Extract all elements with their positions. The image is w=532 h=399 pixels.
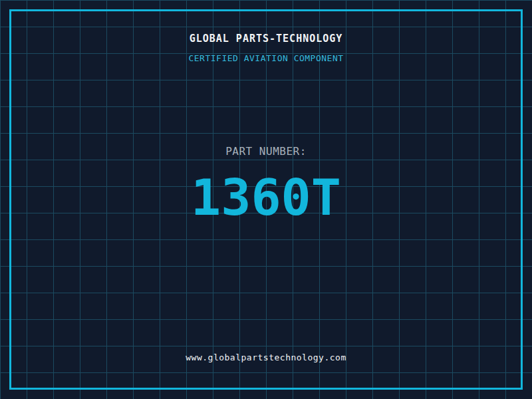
company-title: GLOBAL PARTS-TECHNOLOGY — [0, 33, 532, 45]
part-number-value: 1360T — [0, 173, 532, 223]
part-number-label: PART NUMBER: — [0, 145, 532, 158]
website-url: www.globalpartstechnology.com — [0, 352, 532, 362]
certification-subtitle: CERTIFIED AVIATION COMPONENT — [0, 53, 532, 63]
part-certificate-page: GLOBAL PARTS-TECHNOLOGY CERTIFIED AVIATI… — [0, 0, 532, 399]
